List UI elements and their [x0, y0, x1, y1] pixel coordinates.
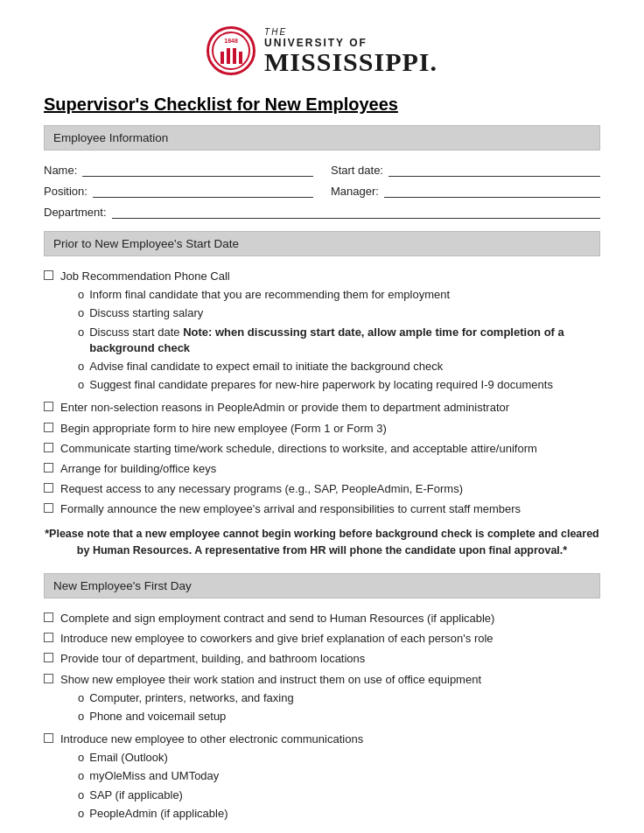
item-text: Complete and sign employment contract an… — [60, 611, 600, 626]
checkbox[interactable] — [44, 463, 53, 472]
list-item: o Advise final candidate to expect email… — [78, 359, 600, 374]
startdate-field: Start date: — [331, 163, 600, 177]
list-item: Show new employee their work station and… — [44, 672, 600, 728]
checkbox[interactable] — [44, 503, 53, 513]
bullet: o — [78, 305, 84, 321]
item-text: Job Recommendation Phone Call o Inform f… — [60, 269, 600, 396]
logo-circle: 1848 — [206, 26, 256, 75]
bullet: o — [78, 690, 84, 706]
bullet: o — [78, 750, 84, 766]
logo-the: THE — [264, 27, 287, 37]
manager-label: Manager: — [331, 185, 379, 198]
prior-start-list: Job Recommendation Phone Call o Inform f… — [44, 269, 600, 559]
manager-field: Manager: — [331, 184, 600, 198]
department-row: Department: — [44, 205, 600, 219]
name-startdate-row: Name: Start date: — [44, 163, 600, 177]
checkbox[interactable] — [44, 653, 53, 662]
checkbox[interactable] — [44, 270, 53, 280]
checkbox[interactable] — [44, 612, 53, 622]
sub-list: o Computer, printers, networks, and faxi… — [78, 690, 600, 724]
sub-text: Discuss start date Note: when discussing… — [89, 325, 600, 356]
bullet: o — [78, 287, 84, 303]
logo-year: 1848 — [224, 38, 238, 44]
bullet: o — [78, 768, 84, 784]
list-item: Enter non-selection reasons in PeopleAdm… — [44, 400, 600, 416]
logo-circle-inner: 1848 — [212, 32, 250, 70]
list-item: o SAP (if applicable) — [78, 788, 600, 803]
employee-info-header: Employee Information — [44, 125, 600, 150]
manager-line — [384, 184, 600, 198]
logo-columns — [220, 48, 242, 64]
list-item: o Discuss start date Note: when discussi… — [78, 325, 600, 356]
department-line — [112, 205, 600, 219]
list-item: Job Recommendation Phone Call o Inform f… — [44, 269, 600, 396]
item-text: Introduce new employee to coworkers and … — [60, 631, 600, 647]
logo-col-4 — [239, 52, 242, 64]
sub-text: Email (Outlook) — [89, 750, 168, 766]
sub-text: Phone and voicemail setup — [89, 709, 226, 724]
sub-text: myOleMiss and UMToday — [89, 768, 219, 784]
logo-text: THE UNIVERSITY of MISSISSIPPI. — [264, 27, 438, 75]
bullet: o — [78, 709, 84, 724]
checkbox[interactable] — [44, 402, 53, 411]
list-item: Begin appropriate form to hire new emplo… — [44, 421, 600, 437]
bullet: o — [78, 806, 84, 822]
position-field: Position: — [44, 184, 313, 198]
sub-text: SAP (if applicable) — [89, 788, 183, 803]
sub-list: o Inform final candidate that you are re… — [78, 287, 600, 393]
name-field: Name: — [44, 163, 313, 177]
list-item: Request access to any necessary programs… — [44, 481, 600, 497]
item-text: Enter non-selection reasons in PeopleAdm… — [60, 400, 600, 416]
list-item: Arrange for building/office keys — [44, 461, 600, 477]
logo-col-3 — [233, 48, 236, 64]
name-line — [82, 163, 313, 177]
bullet: o — [78, 377, 84, 393]
list-item: Complete and sign employment contract an… — [44, 611, 600, 626]
list-item: o Phone and voicemail setup — [78, 709, 600, 724]
bullet: o — [78, 325, 84, 340]
checkbox[interactable] — [44, 633, 53, 642]
list-item: Introduce new employee to other electron… — [44, 732, 600, 824]
startdate-label: Start date: — [331, 164, 383, 177]
logo-area: 1848 THE UNIVERSITY of MISSISSIPPI. — [44, 26, 600, 75]
checkbox[interactable] — [44, 733, 53, 743]
sub-text: Computer, printers, networks, and faxing — [89, 690, 293, 706]
item-text: Provide tour of department, building, an… — [60, 651, 600, 667]
list-item: o Inform final candidate that you are re… — [78, 287, 600, 303]
sub-text: Discuss starting salary — [89, 305, 203, 321]
list-item: o myOleMiss and UMToday — [78, 768, 600, 784]
warning-text: *Please note that a new employee cannot … — [44, 526, 600, 559]
list-item: o Suggest final candidate prepares for n… — [78, 377, 600, 393]
startdate-line — [388, 163, 600, 177]
item-text: Request access to any necessary programs… — [60, 481, 600, 497]
list-item: Formally announce the new employee's arr… — [44, 501, 600, 517]
checkbox[interactable] — [44, 674, 53, 683]
item-text: Arrange for building/office keys — [60, 461, 600, 477]
item-text: Introduce new employee to other electron… — [60, 732, 600, 824]
list-item: Communicate starting time/work schedule,… — [44, 441, 600, 457]
page-title: Supervisor's Checklist for New Employees — [44, 94, 600, 115]
name-label: Name: — [44, 164, 77, 177]
item-text: Communicate starting time/work schedule,… — [60, 441, 600, 457]
checkbox[interactable] — [44, 443, 53, 452]
logo-mississippi: MISSISSIPPI. — [264, 49, 438, 75]
item-text: Formally announce the new employee's arr… — [60, 501, 600, 517]
bullet: o — [78, 359, 84, 374]
list-item: Introduce new employee to coworkers and … — [44, 631, 600, 647]
item-text: Begin appropriate form to hire new emplo… — [60, 421, 600, 437]
bullet: o — [78, 788, 84, 803]
checkbox[interactable] — [44, 483, 53, 493]
list-item: o Discuss starting salary — [78, 305, 600, 321]
list-item: Provide tour of department, building, an… — [44, 651, 600, 667]
logo-col-1 — [220, 52, 224, 64]
list-item: o PeopleAdmin (if applicable) — [78, 806, 600, 822]
logo-col-2 — [227, 48, 230, 64]
sub-text: Inform final candidate that you are reco… — [89, 287, 450, 303]
list-item: o Email (Outlook) — [78, 750, 600, 766]
position-label: Position: — [44, 185, 88, 198]
department-label: Department: — [44, 206, 107, 219]
checkbox[interactable] — [44, 423, 53, 432]
position-manager-row: Position: Manager: — [44, 184, 600, 198]
first-day-header: New Employee's First Day — [44, 573, 600, 598]
sub-text: Advise final candidate to expect email t… — [89, 359, 443, 374]
